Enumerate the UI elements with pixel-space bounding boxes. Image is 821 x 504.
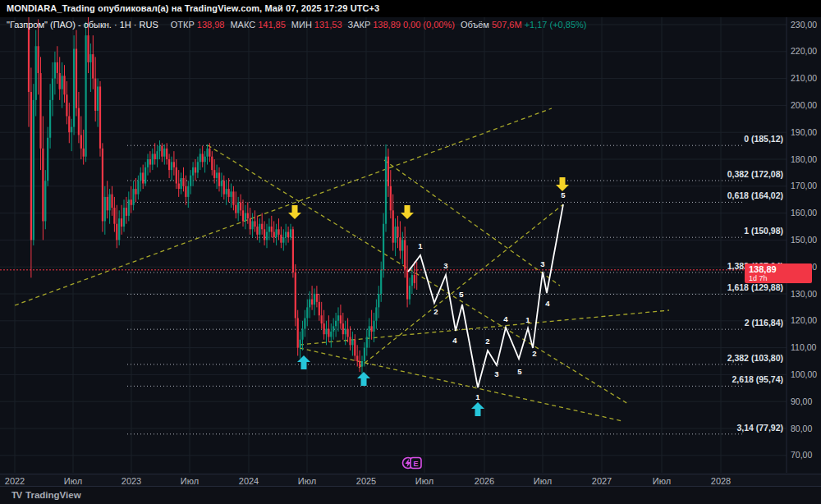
time-axis-label: 2026 [475, 476, 494, 486]
candle-body [392, 210, 394, 242]
price-axis-label: 160,00 [791, 208, 817, 218]
candle-body [85, 35, 87, 157]
candle-body [49, 100, 51, 138]
wave-label: 2 [485, 337, 489, 346]
candle-body [35, 46, 37, 100]
candle-body [89, 54, 91, 62]
candle-body [232, 191, 234, 204]
wave-label: 1 [475, 392, 480, 401]
candle-body [366, 337, 368, 347]
ohlc-field-value: 131,53 [314, 20, 342, 30]
candle-body [161, 146, 163, 157]
candle-body [261, 224, 263, 230]
ohlc-field-label: МАКС [230, 20, 255, 30]
candle-body [230, 191, 232, 197]
fib-level-label: 1,618 (129,88) [727, 282, 783, 292]
candle-body [202, 153, 204, 162]
time-axis-label: Июл [534, 476, 552, 486]
candle-body [113, 208, 115, 224]
ohlc-field-label: МИН [291, 20, 312, 30]
candle-body [321, 315, 323, 323]
tradingview-logo[interactable]: TVTradingView [11, 490, 81, 500]
candle-body [42, 149, 44, 222]
price-axis-label: 220,00 [791, 46, 817, 56]
candle-body [256, 227, 258, 235]
candle-body [181, 178, 182, 189]
ohlc-field-label: Объём [461, 20, 489, 30]
candle-body [102, 149, 103, 222]
candle-body [301, 329, 303, 340]
candle-body [195, 167, 196, 173]
candle-body [414, 275, 415, 283]
symbol-title[interactable]: "Газпром" (ПАО) - обыкн. · 1Н · RUS [7, 20, 158, 30]
chart-canvas[interactable]: 0 (185,12)0,382 (172,08)0,618 (164,02)1 … [0, 0, 821, 504]
candle-body [409, 286, 410, 299]
candle-body [52, 79, 53, 100]
candle-body [245, 213, 246, 222]
candle-body [226, 189, 227, 195]
price-axis-label: 110,00 [791, 342, 816, 352]
candle-body [147, 159, 149, 167]
candle-body [311, 300, 313, 305]
ohlc-field-label: ЗАКР [348, 20, 371, 30]
bottom-bar: TVTradingView [0, 487, 821, 504]
candle-body [152, 153, 154, 164]
candle-body [68, 117, 70, 133]
time-axis-label: Июл [64, 476, 82, 486]
candle-body [87, 35, 89, 62]
candle-body [97, 86, 99, 111]
candle-body [385, 157, 387, 224]
candle-body [80, 135, 82, 148]
price-axis[interactable]: 230,00220,00210,00200,00190,00180,00170,… [791, 20, 817, 460]
wave-label: 4 [452, 336, 457, 345]
wave-label: 3 [443, 261, 447, 270]
candle-body [252, 221, 254, 229]
candle-body [71, 127, 72, 133]
elliott-wave-projection: 123451234512345 [408, 190, 566, 401]
candle-body [273, 232, 275, 238]
candle-body [330, 332, 332, 337]
time-axis-label: 2028 [711, 476, 731, 486]
buy-arrow-icon [297, 355, 310, 369]
candle-body [411, 275, 413, 286]
candle-body [39, 73, 41, 149]
candle-body [158, 146, 160, 152]
time-axis-label: Июл [653, 476, 671, 486]
candle-body [351, 340, 353, 346]
time-axis[interactable]: 2022Июл2023Июл2024Июл2025Июл2026Июл2027И… [0, 474, 821, 487]
candle-body [300, 340, 301, 348]
candle-body [375, 307, 377, 320]
candle-body [282, 237, 284, 243]
candle-body [287, 232, 289, 238]
candle-body [356, 355, 358, 361]
candle-body [126, 208, 127, 216]
symbol-bar: "Газпром" (ПАО) - обыкн. · 1Н · RUSОТКР1… [7, 20, 586, 31]
candle-body [268, 227, 270, 232]
candle-body [328, 329, 329, 337]
candle-body [264, 229, 265, 240]
candle-body [187, 186, 189, 197]
price-axis-label: 120,00 [791, 315, 817, 325]
price-axis-label: 100,00 [791, 369, 817, 379]
candle-body [211, 157, 213, 170]
byline-bar: MONDIARA_Trading опубликовал(а) на Tradi… [0, 0, 821, 17]
candle-body [247, 213, 249, 219]
candle-body [111, 195, 112, 208]
wave-label: 2 [532, 349, 536, 358]
candle-body [218, 172, 220, 186]
price-axis-label: 230,00 [791, 20, 817, 30]
candle-body [190, 176, 191, 186]
candle-body [316, 294, 318, 302]
candlesticks [28, 16, 418, 373]
candle-body [185, 186, 186, 197]
event-markers[interactable]: E [403, 458, 422, 469]
candle-body [94, 79, 96, 111]
wave-label: 4 [503, 314, 508, 323]
fib-level-label: 2 (116,84) [745, 318, 783, 328]
candle-body [38, 46, 39, 73]
ohlc-field-value: 0,00 (0,00%) [403, 20, 455, 30]
candle-body [109, 195, 111, 211]
candle-body [128, 199, 130, 216]
candle-body [290, 229, 291, 237]
candle-body [361, 361, 363, 367]
